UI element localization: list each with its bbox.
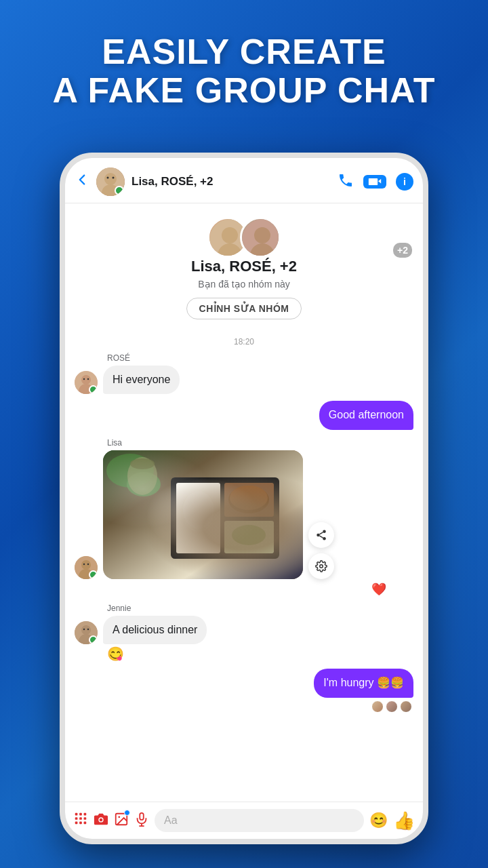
receipt-avatar-2 [386,701,398,713]
image-action-buttons [308,522,334,579]
message-input[interactable]: Aa [155,809,364,832]
svg-rect-46 [75,813,78,816]
sender-name-rose: ROSÉ [107,353,413,363]
sender-name-jennie: Jennie [107,604,413,613]
svg-point-19 [83,564,85,565]
info-icon[interactable]: i [396,173,413,191]
sender-name-lisa: Lisa [107,438,413,448]
svg-point-4 [113,177,115,179]
message-timestamp: 18:20 [75,337,413,347]
lisa-avatar [75,556,98,579]
svg-point-9 [254,227,270,243]
svg-rect-24 [171,477,279,559]
food-image [103,450,303,579]
svg-point-30 [182,491,216,532]
mic-icon[interactable] [134,812,149,829]
video-icon[interactable] [363,175,386,189]
svg-point-15 [87,378,89,380]
call-icon[interactable] [338,172,354,191]
svg-point-3 [107,177,109,179]
food-image-bubble [103,450,303,579]
svg-point-17 [81,560,91,570]
image-section [75,450,413,579]
svg-rect-47 [79,813,82,816]
svg-point-32 [232,525,266,545]
svg-point-33 [127,457,157,495]
svg-rect-21 [103,450,303,579]
message-bubble-4: A delicious dinner [103,616,207,644]
message-bubble-5: I'm hungry 🍔🍔 [314,669,413,697]
svg-point-12 [81,375,91,384]
save-image-button[interactable] [308,553,334,579]
message-group-jennie: Jennie A delicious dinner 😋 [75,604,413,662]
svg-point-29 [230,486,268,510]
header-action-icons: i [338,172,413,191]
svg-point-45 [87,629,89,630]
chat-header: Lisa, ROSÉ, +2 i [65,158,423,203]
svg-rect-53 [79,822,82,825]
svg-rect-48 [84,813,87,816]
grid-icon[interactable] [73,811,88,830]
svg-point-23 [127,472,161,496]
svg-rect-26 [224,483,274,517]
edit-group-button[interactable]: CHỈNH SỬA NHÓM [186,298,302,319]
emoji-reaction: 😋 [107,646,413,662]
group-header: +2 Lisa, ROSÉ, +2 Bạn đã tạo nhóm này CH… [75,203,413,330]
jennie-avatar [75,621,98,644]
svg-rect-52 [75,822,78,825]
message-row-5: I'm hungry 🍔🍔 [75,669,413,697]
svg-rect-27 [224,521,274,553]
svg-point-20 [87,564,89,565]
svg-point-44 [83,629,85,630]
group-avatar-2 [240,217,281,258]
svg-point-14 [83,378,85,380]
receipt-avatar-3 [400,701,412,713]
gallery-icon[interactable] [114,812,129,829]
svg-line-38 [319,536,323,538]
message-bubble-2: Good afternoon [319,401,413,429]
heart-reaction: ❤️ [75,582,386,597]
svg-point-35 [323,530,326,533]
svg-rect-49 [75,817,78,820]
camera-icon[interactable] [94,812,108,829]
input-placeholder: Aa [164,814,178,827]
svg-point-36 [317,534,320,537]
message-bubble-1: Hi everyone [103,366,180,394]
svg-point-58 [118,816,120,818]
message-group-sent-1: Good afternoon [75,401,413,429]
back-button[interactable] [75,172,89,191]
svg-rect-51 [84,817,87,820]
message-row-4: A delicious dinner [75,616,413,644]
header-group-name: Lisa, ROSÉ, +2 [131,175,331,189]
group-name-display: Lisa, ROSÉ, +2 [81,258,407,275]
svg-rect-50 [79,817,82,820]
gallery-badge [124,810,130,816]
group-plus-count: +2 [393,243,412,258]
message-row-1: Hi everyone [75,366,413,394]
svg-point-1 [104,173,117,185]
svg-line-39 [319,532,323,534]
like-button[interactable]: 👍 [393,810,415,831]
group-sub-text: Bạn đã tạo nhóm này [81,279,407,290]
share-button[interactable] [308,522,334,548]
svg-rect-59 [140,813,144,820]
group-avatar-stack: +2 [81,217,407,258]
message-group-sent-2: I'm hungry 🍔🍔 [75,669,413,712]
svg-point-42 [81,625,91,635]
svg-point-40 [320,565,323,568]
receipt-avatar-1 [371,701,384,713]
read-receipts [75,701,412,713]
svg-rect-25 [176,483,220,553]
svg-point-37 [323,537,326,540]
rose-avatar [75,371,98,394]
svg-point-28 [228,486,269,513]
svg-rect-54 [84,822,87,825]
chat-body: +2 Lisa, ROSÉ, +2 Bạn đã tạo nhóm này CH… [65,203,423,802]
svg-point-34 [130,458,155,469]
message-group-lisa: Lisa [75,438,413,597]
chat-toolbar: Aa 😊 👍 [65,802,423,839]
phone-mockup: Lisa, ROSÉ, +2 i [60,153,428,844]
svg-point-6 [222,227,238,243]
emoji-button[interactable]: 😊 [369,812,388,829]
svg-point-31 [183,491,214,529]
